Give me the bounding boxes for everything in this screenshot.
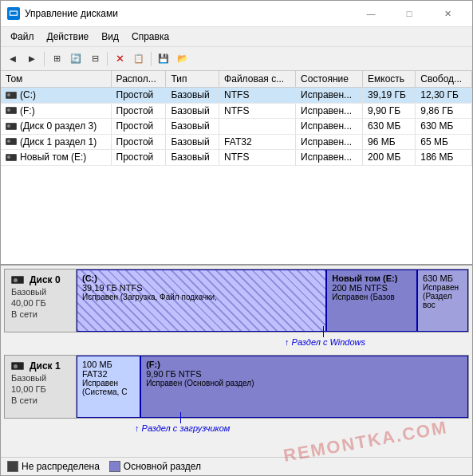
partition-fat32[interactable]: 100 МБ FAT32 Исправен (Система, С <box>77 356 140 418</box>
col-header-type: Тип <box>166 71 219 88</box>
disk1-status: В сети <box>11 395 69 405</box>
delete-button[interactable]: ✕ <box>111 50 128 68</box>
properties2-button[interactable]: 📋 <box>130 50 148 68</box>
disk0-annotation: ↑ Раздел с Windows <box>282 326 365 347</box>
legend-basic-label: Основной раздел <box>124 461 201 472</box>
spacer1 <box>4 336 469 352</box>
title-bar-left: Управление дисками <box>7 7 118 20</box>
table-row[interactable]: (F:)ПростойБазовыйNTFSИсправен...9,90 ГБ… <box>1 103 472 119</box>
minimize-button[interactable]: — <box>353 6 389 22</box>
partition-e[interactable]: Новый том (E:) 200 МБ NTFS Исправен (Баз… <box>326 269 417 332</box>
partition-f-name: (F:) <box>146 360 463 369</box>
disk-map-area: Диск 0 Базовый 40,00 ГБ В сети (C:) 39,1… <box>1 266 472 457</box>
menu-view[interactable]: Вид <box>95 29 125 45</box>
table-cell-0-4: Исправен... <box>296 88 363 104</box>
disk0-type: Базовый <box>11 287 69 297</box>
table-cell-1-2: Базовый <box>166 103 219 119</box>
disk0-annotation-text: ↑ Раздел с Windows <box>285 337 365 347</box>
menu-bar: Файл Действие Вид Справка <box>1 27 472 47</box>
table-cell-4-5: 200 МБ <box>363 150 416 166</box>
table-cell-2-0: (Диск 0 раздел 3) <box>1 119 111 135</box>
partition-recovery-status: Исправен (Раздел вос <box>423 283 463 309</box>
rescan-button[interactable]: 🔄 <box>67 50 85 68</box>
col-header-tom: Том <box>1 71 111 88</box>
table-row[interactable]: (C:)ПростойБазовыйNTFSИсправен...39,19 Г… <box>1 88 472 104</box>
disk0-partitions: (C:) 39,19 ГБ NTFS Исправен (Загрузка, Ф… <box>77 269 468 332</box>
table-cell-4-1: Простой <box>111 150 166 166</box>
partition-c-status: Исправен (Загрузка, Файл подкачки, <box>82 293 321 301</box>
partition-f-status: Исправен (Основной раздел) <box>146 379 463 387</box>
partition-recovery[interactable]: 630 МБ Исправен (Раздел вос <box>417 269 468 332</box>
disk-table-area[interactable]: Том Распол... Тип Файловая с... Состояни… <box>1 71 472 266</box>
menu-help[interactable]: Справка <box>125 29 175 45</box>
disk1-container: Диск 1 Базовый 10,00 ГБ В сети 100 МБ FA… <box>4 355 469 419</box>
table-row[interactable]: Новый том (E:)ПростойБазовыйNTFSИсправен… <box>1 150 472 166</box>
disk0-container: Диск 0 Базовый 40,00 ГБ В сети (C:) 39,1… <box>4 269 469 332</box>
partition-fat32-status: Исправен (Система, С <box>82 379 135 396</box>
disk0-name: Диск 0 <box>11 274 69 285</box>
legend-unallocated-label: Не распределена <box>22 461 100 472</box>
partition-f[interactable]: (F:) 9,90 ГБ NTFS Исправен (Основной раз… <box>140 356 468 418</box>
table-row[interactable]: (Диск 0 раздел 3)ПростойБазовыйИсправен.… <box>1 119 472 135</box>
app-icon <box>7 7 20 20</box>
table-cell-1-3: NTFS <box>219 103 296 119</box>
table-cell-1-4: Исправен... <box>296 103 363 119</box>
legend-basic: Основной раздел <box>109 461 201 472</box>
title-bar: Управление дисками — □ ✕ <box>1 1 472 27</box>
col-header-fs: Файловая с... <box>219 71 296 88</box>
back-button[interactable]: ◄ <box>4 50 22 68</box>
partition-c-size: 39,19 ГБ NTFS <box>82 283 321 293</box>
window-title: Управление дисками <box>25 8 118 19</box>
partition-e-status: Исправен (Базов <box>332 293 412 301</box>
col-header-status: Состояние <box>296 71 363 88</box>
close-button[interactable]: ✕ <box>429 6 466 22</box>
menu-file[interactable]: Файл <box>4 29 41 45</box>
main-window: Управление дисками — □ ✕ Файл Действие В… <box>0 0 473 476</box>
partition-e-name: Новый том (E:) <box>332 273 412 283</box>
table-cell-0-5: 39,19 ГБ <box>363 88 416 104</box>
table-cell-3-4: Исправен... <box>296 134 363 150</box>
table-cell-4-6: 186 МБ <box>416 150 472 166</box>
disk0-label: Диск 0 Базовый 40,00 ГБ В сети <box>5 269 77 332</box>
forward-button[interactable]: ► <box>23 50 41 68</box>
table-cell-3-3: FAT32 <box>219 134 296 150</box>
toolbar-separator-1 <box>44 52 45 66</box>
table-cell-1-1: Простой <box>111 103 166 119</box>
disk-properties-button[interactable]: ⊞ <box>48 50 65 68</box>
partition-e-size: 200 МБ NTFS <box>332 283 412 293</box>
disk0-row: Диск 0 Базовый 40,00 ГБ В сети (C:) 39,1… <box>4 269 469 332</box>
table-cell-3-2: Базовый <box>166 134 219 150</box>
legend-unallocated-box <box>7 461 18 472</box>
table-cell-2-2: Базовый <box>166 119 219 135</box>
disk1-name: Диск 1 <box>11 360 69 372</box>
table-header-row: Том Распол... Тип Файловая с... Состояни… <box>1 71 472 88</box>
partition-f-size: 9,90 ГБ NTFS <box>146 369 463 379</box>
main-content: Том Распол... Тип Файловая с... Состояни… <box>1 71 472 475</box>
table-cell-4-2: Базовый <box>166 150 219 166</box>
table-cell-3-6: 65 МБ <box>416 134 472 150</box>
toolbar: ◄ ► ⊞ 🔄 ⊟ ✕ 📋 💾 📂 <box>1 47 472 71</box>
legend-basic-box <box>109 461 120 472</box>
menu-action[interactable]: Действие <box>41 29 96 45</box>
legend-unallocated: Не распределена <box>7 461 100 472</box>
toolbar-separator-3 <box>151 52 152 66</box>
disk1-annotation-text: ↑ Раздел с загрузчиком <box>135 423 230 433</box>
table-cell-3-5: 96 МБ <box>363 134 416 150</box>
table-cell-1-5: 9,90 ГБ <box>363 103 416 119</box>
maximize-button[interactable]: □ <box>391 6 428 22</box>
partition-c[interactable]: (C:) 39,19 ГБ NTFS Исправен (Загрузка, Ф… <box>77 269 326 332</box>
disk0-status: В сети <box>11 309 69 319</box>
open-button[interactable]: 📂 <box>174 50 191 68</box>
table-cell-4-3: NTFS <box>219 150 296 166</box>
table-cell-2-1: Простой <box>111 119 166 135</box>
svg-rect-1 <box>10 12 17 15</box>
table-cell-3-1: Простой <box>111 134 166 150</box>
partition-button[interactable]: ⊟ <box>86 50 104 68</box>
table-row[interactable]: (Диск 1 раздел 1)ПростойБазовыйFAT32Испр… <box>1 134 472 150</box>
disk1-type: Базовый <box>11 373 69 383</box>
title-controls: — □ ✕ <box>353 6 466 22</box>
table-cell-2-4: Исправен... <box>296 119 363 135</box>
table-cell-3-0: (Диск 1 раздел 1) <box>1 134 111 150</box>
table-cell-2-3 <box>219 119 296 135</box>
save-button[interactable]: 💾 <box>155 50 172 68</box>
